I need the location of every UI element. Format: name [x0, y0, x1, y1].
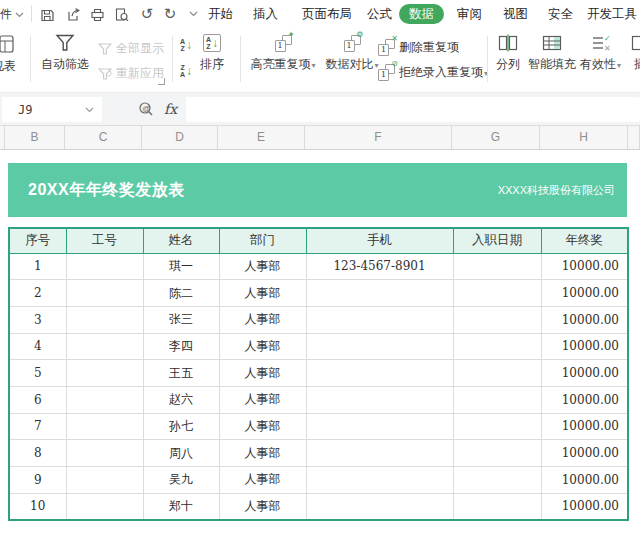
table-cell[interactable]: 5: [9, 360, 66, 387]
table-cell[interactable]: 人事部: [219, 333, 306, 360]
auto-filter-button[interactable]: 自动筛选: [37, 34, 93, 73]
fx-icon[interactable]: fx: [164, 101, 177, 117]
sort-descending-button[interactable]: ZA↓: [180, 64, 192, 78]
table-cell[interactable]: 10000.00: [541, 280, 628, 307]
column-header-D[interactable]: D: [142, 126, 218, 149]
sort-ascending-button[interactable]: AZ↓: [180, 38, 192, 52]
table-cell[interactable]: [306, 333, 453, 360]
tab-数据[interactable]: 数据: [399, 4, 444, 24]
table-cell[interactable]: 10000.00: [541, 253, 628, 280]
undo-icon[interactable]: ↺: [138, 5, 156, 23]
table-cell[interactable]: 8: [9, 440, 66, 467]
table-cell[interactable]: [66, 333, 143, 360]
table-cell[interactable]: 10: [9, 493, 66, 520]
table-cell[interactable]: 10000.00: [541, 386, 628, 413]
column-header-E[interactable]: E: [218, 126, 305, 149]
magnifier-icon[interactable]: @: [138, 101, 154, 117]
table-cell[interactable]: 李四: [143, 333, 219, 360]
table-cell[interactable]: 人事部: [219, 253, 306, 280]
table-cell[interactable]: [453, 413, 541, 440]
table-cell[interactable]: 1: [9, 253, 66, 280]
more-chevron-icon[interactable]: [184, 5, 202, 23]
tab-安全[interactable]: 安全: [548, 4, 573, 24]
table-cell[interactable]: [306, 440, 453, 467]
table-cell[interactable]: [66, 306, 143, 333]
column-header-G[interactable]: G: [452, 126, 540, 149]
table-cell[interactable]: [453, 360, 541, 387]
data-compare-button[interactable]: 1⚙ 数据对比▾: [322, 35, 382, 73]
redo-icon[interactable]: ↻: [161, 5, 179, 23]
export-icon[interactable]: [64, 5, 82, 23]
table-cell[interactable]: [66, 493, 143, 520]
remove-duplicates-button[interactable]: 1✕ 删除重复项: [378, 39, 459, 56]
spreadsheet-grid[interactable]: 20XX年年终奖发放表 XXXX科技股份有限公司 序号工号姓名部门手机入职日期年…: [0, 150, 640, 539]
column-header-B[interactable]: B: [5, 126, 65, 149]
table-cell[interactable]: 人事部: [219, 493, 306, 520]
tab-公式[interactable]: 公式: [367, 4, 392, 24]
table-cell[interactable]: 10000.00: [541, 413, 628, 440]
table-cell[interactable]: 琪一: [143, 253, 219, 280]
table-cell[interactable]: 123-4567-8901: [306, 253, 453, 280]
table-cell[interactable]: 孙七: [143, 413, 219, 440]
table-cell[interactable]: [453, 493, 541, 520]
save-icon[interactable]: [38, 5, 56, 23]
table-header-cell[interactable]: 入职日期: [453, 228, 541, 253]
table-cell[interactable]: [306, 386, 453, 413]
title-banner-cell[interactable]: 20XX年年终奖发放表 XXXX科技股份有限公司: [8, 163, 627, 217]
table-cell[interactable]: [306, 413, 453, 440]
name-box[interactable]: J9: [2, 97, 102, 122]
text-to-columns-button[interactable]: 分列: [496, 34, 520, 73]
column-header-C[interactable]: C: [65, 126, 142, 149]
print-preview-icon[interactable]: [112, 5, 130, 23]
smart-fill-button[interactable]: 智能填充: [528, 34, 576, 73]
table-cell[interactable]: 4: [9, 333, 66, 360]
table-header-cell[interactable]: 手机: [306, 228, 453, 253]
table-cell[interactable]: [453, 440, 541, 467]
table-cell[interactable]: [306, 280, 453, 307]
table-cell[interactable]: 人事部: [219, 413, 306, 440]
table-header-cell[interactable]: 年终奖: [541, 228, 628, 253]
reject-duplicate-input-button[interactable]: 1⊘ 拒绝录入重复项▾: [378, 64, 488, 81]
tab-开发工具[interactable]: 开发工具: [587, 4, 637, 24]
table-cell[interactable]: 人事部: [219, 386, 306, 413]
table-cell[interactable]: 10000.00: [541, 493, 628, 520]
print-icon[interactable]: [88, 5, 106, 23]
tab-页面布局[interactable]: 页面布局: [302, 4, 352, 24]
table-cell[interactable]: 2: [9, 280, 66, 307]
table-cell[interactable]: 10000.00: [541, 467, 628, 494]
table-cell[interactable]: 10000.00: [541, 306, 628, 333]
table-cell[interactable]: 人事部: [219, 360, 306, 387]
table-cell[interactable]: [453, 386, 541, 413]
table-cell[interactable]: 9: [9, 467, 66, 494]
insert-dropdown-list-button[interactable]: 插: [631, 34, 640, 73]
table-cell[interactable]: 赵六: [143, 386, 219, 413]
validation-button[interactable]: ✓✕ 有效性▾: [580, 34, 621, 73]
table-cell[interactable]: 陈二: [143, 280, 219, 307]
table-cell[interactable]: 人事部: [219, 440, 306, 467]
table-cell[interactable]: [453, 280, 541, 307]
tab-插入[interactable]: 插入: [253, 4, 278, 24]
sort-button[interactable]: AZ↓ 排序: [200, 34, 224, 73]
tab-审阅[interactable]: 审阅: [457, 4, 482, 24]
tab-开始[interactable]: 开始: [208, 4, 233, 24]
table-cell[interactable]: [306, 360, 453, 387]
table-cell[interactable]: [66, 467, 143, 494]
table-cell[interactable]: 郑十: [143, 493, 219, 520]
table-header-cell[interactable]: 工号: [66, 228, 143, 253]
table-cell[interactable]: [453, 333, 541, 360]
table-cell[interactable]: [306, 306, 453, 333]
table-cell[interactable]: 吴九: [143, 467, 219, 494]
column-header-F[interactable]: F: [305, 126, 452, 149]
table-cell[interactable]: 王五: [143, 360, 219, 387]
table-cell[interactable]: [66, 413, 143, 440]
file-menu[interactable]: 件: [0, 6, 24, 23]
table-cell[interactable]: 人事部: [219, 306, 306, 333]
table-cell[interactable]: 10000.00: [541, 440, 628, 467]
dialog-launcher-icon[interactable]: [158, 78, 165, 85]
reapply-button[interactable]: 重新应用: [98, 65, 164, 82]
table-cell[interactable]: [453, 306, 541, 333]
table-cell[interactable]: 7: [9, 413, 66, 440]
highlight-duplicates-button[interactable]: 1✦ 高亮重复项▾: [247, 35, 319, 73]
table-cell[interactable]: 6: [9, 386, 66, 413]
table-cell[interactable]: 人事部: [219, 280, 306, 307]
